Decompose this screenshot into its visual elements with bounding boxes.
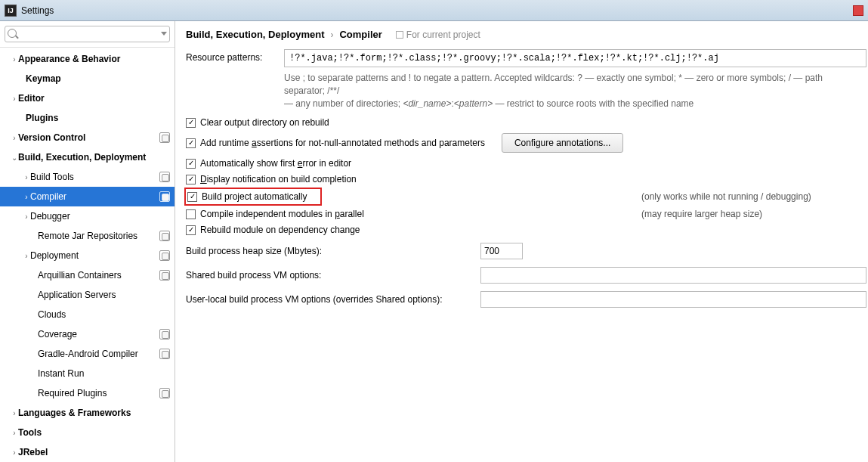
- sidebar-item-label: Application Servers: [38, 290, 170, 300]
- chevron-icon: ›: [23, 252, 30, 260]
- resource-patterns-input[interactable]: [284, 49, 866, 67]
- sidebar-item-tools[interactable]: ›Tools: [0, 423, 175, 442]
- build-auto-side-note: (only works while not running / debuggin…: [611, 191, 868, 202]
- sidebar-item-label: Compiler: [30, 191, 158, 202]
- configure-annotations-button[interactable]: Configure annotations...: [502, 133, 623, 153]
- settings-main: Build, Execution, Deployment › Compiler …: [175, 21, 868, 462]
- sidebar-item-appearance-behavior[interactable]: ›Appearance & Behavior: [0, 49, 175, 69]
- build-auto-checkbox[interactable]: ✓: [187, 192, 197, 202]
- sidebar-item-label: Appearance & Behavior: [18, 54, 170, 64]
- shared-vm-label: Shared build process VM options:: [186, 270, 480, 281]
- rebuild-dep-checkbox[interactable]: ✓: [186, 225, 196, 235]
- app-icon: IJ: [5, 5, 17, 17]
- project-scope-icon: [159, 388, 170, 398]
- user-vm-input[interactable]: [480, 291, 866, 308]
- sidebar-item-remote-jar-repositories[interactable]: Remote Jar Repositories: [0, 226, 175, 246]
- sidebar-item-instant-run[interactable]: Instant Run: [0, 364, 175, 383]
- display-notification-label: Display notification on build completion: [200, 174, 357, 184]
- sidebar-item-coverage[interactable]: Coverage: [0, 324, 175, 344]
- sidebar-item-label: Required Plugins: [38, 388, 158, 398]
- parallel-side-note: (may require larger heap size): [611, 209, 868, 219]
- chevron-icon: ›: [23, 193, 30, 201]
- sidebar-item-build-tools[interactable]: ›Build Tools: [0, 167, 175, 187]
- sidebar-item-label: Build Tools: [30, 172, 158, 182]
- rebuild-dep-label: Rebuild module on dependency change: [200, 225, 360, 235]
- sidebar-item-label: Coverage: [38, 329, 158, 340]
- sidebar-item-plugins[interactable]: Plugins: [0, 108, 175, 128]
- scope-icon: [396, 31, 403, 39]
- chevron-icon: ›: [11, 55, 18, 64]
- chevron-icon: ›: [11, 134, 18, 142]
- parallel-label: Compile independent modules in parallel: [200, 209, 364, 219]
- chevron-down-icon[interactable]: [161, 32, 167, 36]
- chevron-icon: ›: [11, 448, 18, 457]
- sidebar-item-application-servers[interactable]: Application Servers: [0, 285, 175, 305]
- chevron-icon: ›: [11, 429, 18, 437]
- sidebar-item-label: Plugins: [26, 113, 170, 123]
- sidebar-item-deployment[interactable]: ›Deployment: [0, 246, 175, 265]
- runtime-assertions-label: Add runtime assertions for not-null-anno…: [200, 138, 485, 148]
- sidebar-item-label: JRebel: [18, 447, 170, 457]
- display-notification-checkbox[interactable]: ✓: [186, 175, 196, 184]
- sidebar-item-label: Keymap: [26, 73, 170, 84]
- chevron-right-icon: ›: [330, 29, 333, 40]
- sidebar-item-compiler[interactable]: ›Compiler: [0, 187, 175, 206]
- project-scope-label: For current project: [396, 29, 480, 40]
- sidebar-item-label: Editor: [18, 93, 170, 104]
- highlight-box: ✓ Build project automatically: [184, 188, 322, 206]
- sidebar-item-label: Remote Jar Repositories: [38, 231, 158, 241]
- project-scope-icon: [159, 231, 170, 241]
- sidebar-item-clouds[interactable]: Clouds: [0, 305, 175, 324]
- sidebar-item-label: Tools: [18, 427, 170, 438]
- sidebar-item-debugger[interactable]: ›Debugger: [0, 206, 175, 226]
- chevron-icon: ⌄: [11, 153, 18, 162]
- project-scope-icon: [159, 349, 170, 359]
- sidebar-item-label: Debugger: [30, 211, 170, 222]
- sidebar-item-label: Arquillian Containers: [38, 270, 158, 281]
- sidebar-item-required-plugins[interactable]: Required Plugins: [0, 383, 175, 403]
- project-scope-icon: [159, 329, 170, 340]
- chevron-icon: ›: [23, 212, 30, 221]
- heap-size-input[interactable]: [480, 243, 523, 259]
- clear-output-label: Clear output directory on rebuild: [200, 117, 329, 128]
- sidebar-item-build-execution-deployment[interactable]: ⌄Build, Execution, Deployment: [0, 147, 175, 167]
- sidebar-item-label: Build, Execution, Deployment: [18, 152, 170, 163]
- sidebar-item-languages-frameworks[interactable]: ›Languages & Frameworks: [0, 403, 175, 423]
- settings-sidebar: ›Appearance & BehaviorKeymap›EditorPlugi…: [0, 21, 175, 462]
- chevron-icon: ›: [11, 409, 18, 417]
- project-scope-icon: [159, 172, 170, 182]
- clear-output-checkbox[interactable]: ✓: [186, 118, 196, 128]
- close-icon[interactable]: [853, 5, 863, 16]
- sidebar-item-jrebel[interactable]: ›JRebel: [0, 442, 175, 462]
- auto-show-error-checkbox[interactable]: ✓: [186, 159, 196, 169]
- sidebar-item-gradle-android-compiler[interactable]: Gradle-Android Compiler: [0, 344, 175, 364]
- build-auto-label: Build project automatically: [202, 191, 307, 202]
- project-scope-icon: [159, 132, 170, 143]
- search-input[interactable]: [5, 26, 170, 42]
- resource-patterns-label: Resource patterns:: [186, 49, 284, 63]
- sidebar-item-label: Gradle-Android Compiler: [38, 349, 158, 359]
- parallel-checkbox[interactable]: [186, 209, 196, 219]
- user-vm-label: User-local build process VM options (ove…: [186, 294, 480, 305]
- heap-size-label: Build process heap size (Mbytes):: [186, 246, 480, 256]
- sidebar-item-version-control[interactable]: ›Version Control: [0, 128, 175, 147]
- project-scope-icon: [159, 270, 170, 281]
- auto-show-error-label: Automatically show first error in editor: [200, 158, 351, 169]
- sidebar-item-label: Version Control: [18, 132, 158, 143]
- sidebar-item-label: Deployment: [30, 250, 158, 261]
- chevron-icon: ›: [23, 173, 30, 181]
- sidebar-item-arquillian-containers[interactable]: Arquillian Containers: [0, 265, 175, 285]
- chevron-icon: ›: [11, 95, 18, 103]
- search-icon: [8, 29, 17, 38]
- sidebar-item-keymap[interactable]: Keymap: [0, 69, 175, 88]
- breadcrumb-root[interactable]: Build, Execution, Deployment: [186, 29, 324, 40]
- runtime-assertions-checkbox[interactable]: ✓: [186, 138, 196, 148]
- sidebar-item-editor[interactable]: ›Editor: [0, 88, 175, 108]
- window-title: Settings: [21, 5, 54, 16]
- resource-patterns-help: Use ; to separate patterns and ! to nega…: [284, 72, 868, 110]
- sidebar-item-label: Languages & Frameworks: [18, 408, 170, 418]
- project-scope-icon: [159, 191, 170, 202]
- settings-tree: ›Appearance & BehaviorKeymap›EditorPlugi…: [0, 48, 175, 462]
- shared-vm-input[interactable]: [480, 267, 866, 284]
- project-scope-icon: [159, 250, 170, 261]
